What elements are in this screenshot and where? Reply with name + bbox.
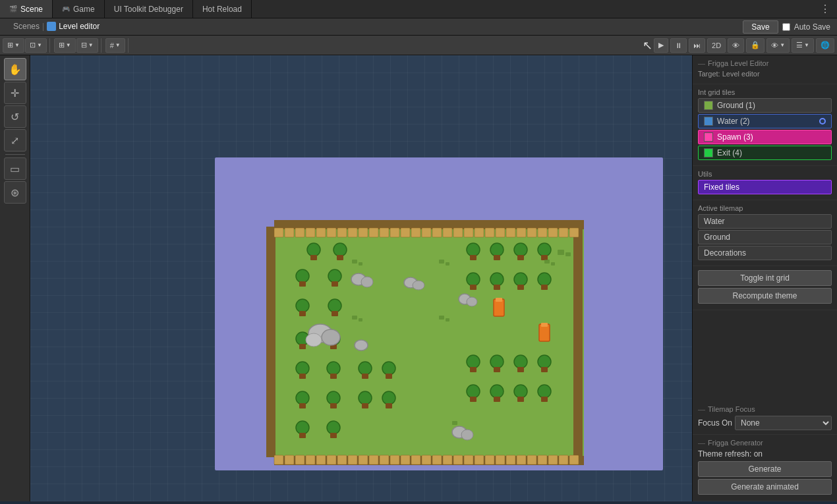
frigga-level-editor-title: Frigga Level Editor — [698, 59, 832, 67]
svg-point-124 — [359, 362, 372, 375]
toolbar-layer-btn[interactable]: ☰ ▼ — [792, 38, 814, 53]
toggle-int-grid-btn[interactable]: Toggle int grid — [698, 270, 832, 286]
svg-rect-55 — [485, 455, 494, 464]
generate-animated-btn[interactable]: Generate animated — [698, 479, 832, 495]
decorations-tilemap-btn[interactable]: Decorations — [698, 246, 832, 260]
svg-point-80 — [296, 362, 309, 375]
water-color — [704, 117, 713, 126]
tilemap-focus-section: Tilemap Focus Focus On None — [693, 401, 837, 435]
svg-rect-63 — [569, 455, 579, 464]
svg-rect-91 — [330, 433, 337, 438]
toolbar-persp-btn[interactable]: 👁 — [728, 38, 744, 53]
exit-color — [704, 148, 713, 157]
svg-rect-81 — [299, 374, 306, 379]
svg-rect-44 — [369, 455, 378, 464]
tab-scene[interactable]: 🎬 Scene — [0, 0, 53, 18]
svg-rect-158 — [551, 262, 555, 266]
svg-rect-111 — [494, 367, 500, 372]
left-toolbar: ✋ ✛ ↺ ⤢ ▭ ⊛ — [0, 55, 30, 501]
toolbar-2d-btn[interactable]: 2D — [707, 38, 726, 53]
tab-uitoolkit[interactable]: UI Toolkit Debugger — [105, 0, 193, 18]
svg-rect-71 — [332, 281, 338, 287]
toolbar-lock-btn[interactable]: 🔒 — [746, 38, 765, 53]
svg-rect-87 — [330, 403, 337, 408]
svg-rect-145 — [496, 298, 502, 302]
svg-rect-61 — [548, 455, 558, 464]
svg-rect-153 — [446, 318, 449, 322]
utils-section: Utils Fixed tiles — [693, 166, 837, 200]
tab-hotreload[interactable]: Hot Reload — [193, 0, 252, 18]
toolbar: ⊞ ▼ ⊡ ▼ ⊞ ▼ ⊟ ▼ # ▼ ↖ ▶ ⏸ ⏭ 2D 👁 🔒 👁 ▼ ☰… — [0, 36, 837, 55]
ground-tilemap-btn[interactable]: Ground — [698, 230, 832, 244]
tab-game[interactable]: 🎮 Game — [53, 0, 105, 18]
toolbar-play-btn[interactable]: ▶ — [654, 38, 668, 53]
theme-refresh-label: Theme refresh: on — [698, 449, 832, 459]
tool-scale[interactable]: ⤢ — [4, 129, 26, 152]
active-tilemap-section: Active tilemap Water Ground Decorations — [693, 200, 837, 266]
main-area: ✋ ✛ ↺ ⤢ ▭ ⊛ — [0, 55, 837, 501]
toolbar-vis-btn[interactable]: 👁 ▼ — [766, 38, 790, 53]
svg-rect-22 — [443, 228, 452, 237]
spawn-tile-btn[interactable]: Spawn (3) — [698, 130, 832, 144]
toolbar-local-btn[interactable]: ⊟ ▼ — [76, 38, 98, 53]
generate-btn[interactable]: Generate — [698, 461, 832, 477]
svg-rect-28 — [506, 228, 515, 237]
water-tile-btn[interactable]: Water (2) — [698, 114, 832, 128]
svg-point-104 — [514, 273, 527, 286]
svg-rect-40 — [327, 455, 336, 464]
tool-rect[interactable]: ▭ — [4, 157, 26, 180]
autosave-checkbox[interactable] — [782, 23, 790, 31]
toolbar-grid-btn[interactable]: # ▼ — [105, 38, 125, 53]
ground-color — [704, 101, 713, 110]
water-tilemap-btn[interactable]: Water — [698, 214, 832, 229]
exit-tile-btn[interactable]: Exit (4) — [698, 146, 832, 160]
svg-point-126 — [382, 362, 395, 375]
svg-point-112 — [514, 355, 527, 368]
svg-rect-85 — [299, 403, 306, 408]
toolbar-pivot-btn[interactable]: ⊡ ▼ — [25, 38, 47, 53]
svg-rect-154 — [352, 316, 357, 320]
fixed-tiles-btn[interactable]: Fixed tiles — [698, 180, 832, 194]
toolbar-step-btn[interactable]: ⏭ — [689, 38, 705, 53]
canvas-area[interactable] — [30, 55, 692, 501]
level-editor-breadcrumb[interactable]: Level editor — [59, 22, 100, 31]
breadcrumb-sep: | — [42, 22, 44, 31]
tool-rotate[interactable]: ↺ — [4, 105, 26, 128]
toolbar-pause-btn[interactable]: ⏸ — [670, 38, 687, 53]
svg-point-110 — [490, 355, 504, 368]
ground-tile-btn[interactable]: Ground (1) — [698, 98, 832, 113]
tool-custom[interactable]: ⊛ — [4, 181, 26, 204]
scenes-breadcrumb[interactable]: Scenes — [13, 22, 40, 31]
scene-icon: 🎬 — [9, 5, 17, 13]
action-buttons-section: Toggle int grid Recompute theme — [693, 266, 837, 310]
toolbar-gizmo-btn[interactable]: 🌐 — [816, 38, 834, 53]
svg-point-74 — [328, 299, 341, 312]
level-map[interactable] — [30, 55, 692, 501]
toolbar-transform-btn[interactable]: ⊞ ▼ — [54, 38, 76, 53]
svg-point-68 — [296, 269, 309, 283]
svg-rect-12 — [337, 228, 347, 237]
svg-rect-103 — [494, 285, 500, 290]
svg-point-137 — [361, 277, 373, 287]
svg-rect-15 — [369, 228, 378, 237]
svg-rect-16 — [380, 228, 389, 237]
svg-rect-45 — [380, 455, 389, 464]
recompute-theme-btn[interactable]: Recompute theme — [698, 288, 832, 304]
focus-select[interactable]: None — [735, 416, 832, 430]
more-options-button[interactable]: ⋮ — [813, 0, 837, 18]
svg-rect-109 — [470, 367, 476, 372]
tool-move[interactable]: ✛ — [4, 82, 26, 104]
svg-rect-50 — [432, 455, 442, 464]
tool-hand[interactable]: ✋ — [4, 58, 26, 80]
svg-rect-73 — [299, 311, 306, 316]
svg-point-102 — [490, 273, 504, 286]
svg-rect-83 — [330, 374, 337, 379]
svg-rect-31 — [538, 228, 547, 237]
toolbar-center-btn[interactable]: ⊞ ▼ — [3, 38, 24, 53]
svg-rect-36 — [285, 455, 294, 464]
tab-uitoolkit-label: UI Toolkit Debugger — [114, 5, 183, 14]
save-button[interactable]: Save — [743, 20, 778, 34]
svg-point-96 — [514, 243, 527, 256]
svg-point-114 — [538, 355, 551, 368]
svg-point-72 — [296, 299, 309, 312]
